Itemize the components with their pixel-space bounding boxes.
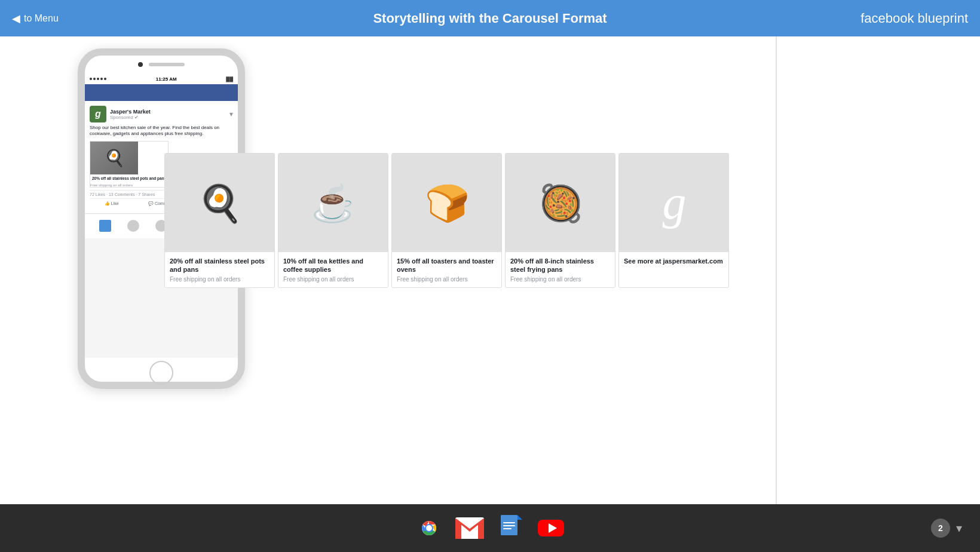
- chrome-svg: [415, 514, 443, 542]
- carousel-card-1-title: 20% off all stainless steel pots and pan…: [170, 257, 270, 274]
- carousel-card-5[interactable]: g See more at jaspersmarket.com: [618, 153, 729, 288]
- carousel-card-2-body: 10% off all tea kettles and coffee suppl…: [278, 252, 388, 287]
- google-docs-icon[interactable]: [496, 514, 525, 542]
- fb-post-header: g Jasper's Market Sponsored ✔ ▾: [90, 106, 233, 122]
- carousel-card-2-subtitle: Free shipping on all orders: [283, 276, 383, 283]
- main-content: 11:25 AM ▓▓ g Jasper's Market Sponsored …: [0, 36, 980, 504]
- phone-card-1-sub: Free shipping on all orders: [90, 183, 168, 187]
- jaspers-logo: g: [90, 106, 106, 122]
- fb-sponsored: Sponsored ✔: [110, 115, 226, 120]
- jaspers-market-g-logo: g: [663, 176, 687, 230]
- phone-battery: ▓▓: [226, 76, 233, 82]
- page-separator: [776, 36, 777, 504]
- carousel-card-3[interactable]: 15% off all toasters and toaster ovens F…: [391, 153, 502, 288]
- header: ◀ to Menu Storytelling with the Carousel…: [0, 0, 980, 36]
- svg-rect-7: [503, 525, 515, 526]
- gmail-svg: [455, 514, 484, 542]
- carousel-card-1-subtitle: Free shipping on all orders: [170, 276, 270, 283]
- phone-speaker: [149, 63, 185, 66]
- carousel-card-4-subtitle: Free shipping on all orders: [510, 276, 610, 283]
- phone-home-button[interactable]: [149, 361, 173, 385]
- carousel-card-2-title: 10% off all tea kettles and coffee suppl…: [283, 257, 383, 274]
- youtube-icon[interactable]: [537, 514, 565, 542]
- svg-rect-6: [503, 522, 515, 523]
- carousel-card-5-title: See more at jaspersmarket.com: [624, 257, 724, 265]
- fb-post-text: Shop our best kitchen sale of the year. …: [90, 125, 233, 137]
- taskbar: 2 ▾: [0, 504, 980, 552]
- back-label: to Menu: [24, 13, 59, 24]
- page-title: Storytelling with the Carousel Format: [373, 11, 607, 26]
- phone-card-1-title: 20% off all stainless steel pots and pan…: [90, 174, 168, 183]
- carousel-card-3-title: 15% off all toasters and toaster ovens: [397, 257, 497, 274]
- phone-camera: [138, 62, 143, 67]
- gmail-icon[interactable]: [455, 514, 484, 542]
- download-icon[interactable]: ▾: [956, 521, 962, 535]
- carousel-card-3-image: [392, 154, 502, 252]
- phone-nav-home[interactable]: [99, 220, 111, 232]
- chrome-icon[interactable]: [415, 514, 443, 542]
- carousel-card-1[interactable]: 20% off all stainless steel pots and pan…: [164, 153, 275, 288]
- notification-area: 2 ▾: [931, 519, 962, 538]
- youtube-svg: [537, 514, 565, 542]
- fb-menu-dots[interactable]: ▾: [229, 110, 233, 118]
- carousel-card-2[interactable]: 10% off all tea kettles and coffee suppl…: [278, 153, 388, 288]
- carousel-card-5-body: See more at jaspersmarket.com: [619, 252, 728, 272]
- carousel-card-4-title: 20% off all 8-inch stainless steel fryin…: [510, 257, 610, 274]
- svg-rect-8: [503, 528, 512, 529]
- phone-carousel-card-1[interactable]: 🍳 20% off all stainless steel pots and p…: [90, 141, 169, 188]
- carousel-card-1-body: 20% off all stainless steel pots and pan…: [165, 252, 274, 287]
- fb-post-info: Jasper's Market Sponsored ✔: [110, 109, 226, 120]
- phone-card-1-image: 🍳: [90, 142, 138, 174]
- notification-badge[interactable]: 2: [931, 519, 950, 538]
- like-label: Like: [111, 201, 119, 206]
- brand-logo: facebook blueprint: [860, 11, 968, 26]
- phone-nav-friends[interactable]: [127, 220, 139, 232]
- fb-like-button[interactable]: 👍 Like: [105, 201, 119, 206]
- fb-nav-bar: [85, 84, 238, 101]
- carousel-card-1-image: [165, 154, 275, 252]
- phone-time: 11:25 AM: [156, 76, 177, 82]
- carousel-card-3-body: 15% off all toasters and toaster ovens F…: [392, 252, 501, 287]
- phone-status-bar: 11:25 AM ▓▓: [85, 73, 238, 84]
- comment-icon: 💬: [148, 201, 154, 206]
- back-arrow-icon: ◀: [12, 12, 20, 25]
- carousel-card-4-image: [506, 154, 615, 252]
- carousel-card-4[interactable]: 20% off all 8-inch stainless steel fryin…: [505, 153, 615, 288]
- back-to-menu-button[interactable]: ◀ to Menu: [12, 12, 59, 25]
- docs-svg: [496, 514, 525, 542]
- thumb-icon: 👍: [105, 201, 110, 206]
- carousel-large: 20% off all stainless steel pots and pan…: [164, 153, 729, 288]
- carousel-card-4-body: 20% off all 8-inch stainless steel fryin…: [506, 252, 615, 287]
- carousel-card-5-image: g: [619, 154, 729, 252]
- phone-top-bar: [85, 56, 238, 73]
- carousel-card-3-subtitle: Free shipping on all orders: [397, 276, 497, 283]
- carousel-card-2-image: [278, 154, 388, 252]
- signal-dots: [90, 78, 106, 80]
- fb-page-name: Jasper's Market: [110, 109, 226, 115]
- svg-point-2: [426, 525, 432, 531]
